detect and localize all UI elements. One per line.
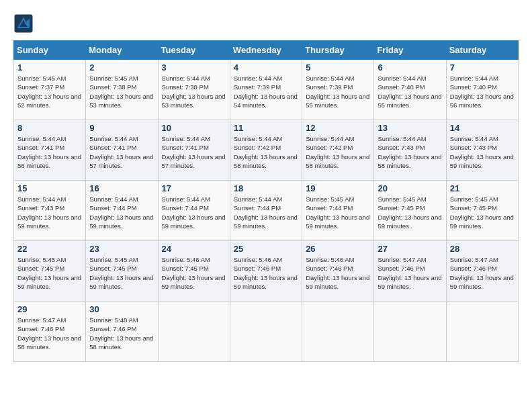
calendar-day-15: 15 Sunrise: 5:44 AM Sunset: 7:43 PM Dayl… (14, 181, 86, 241)
day-info: Sunrise: 5:45 AM Sunset: 7:45 PM Dayligh… (378, 195, 442, 230)
day-info: Sunrise: 5:44 AM Sunset: 7:43 PM Dayligh… (17, 195, 82, 230)
day-info: Sunrise: 5:46 AM Sunset: 7:46 PM Dayligh… (234, 255, 298, 291)
svg-rect-0 (15, 15, 33, 33)
day-number: 3 (162, 62, 226, 73)
day-number: 12 (306, 123, 370, 133)
calendar-day-17: 17 Sunrise: 5:44 AM Sunset: 7:44 PM Dayl… (158, 181, 230, 241)
day-number: 1 (17, 62, 82, 73)
day-number: 25 (234, 244, 298, 254)
day-number: 6 (378, 62, 442, 73)
day-number: 15 (17, 183, 82, 193)
day-info: Sunrise: 5:45 AM Sunset: 7:45 PM Dayligh… (17, 255, 82, 291)
day-info: Sunrise: 5:45 AM Sunset: 7:45 PM Dayligh… (89, 255, 154, 291)
day-number: 13 (378, 123, 442, 133)
logo (13, 13, 36, 34)
day-info: Sunrise: 5:44 AM Sunset: 7:44 PM Dayligh… (89, 195, 154, 230)
day-number: 14 (450, 123, 515, 133)
day-number: 18 (234, 183, 298, 193)
day-number: 9 (89, 123, 154, 133)
day-info: Sunrise: 5:44 AM Sunset: 7:42 PM Dayligh… (306, 134, 370, 170)
week-row-2: 8 Sunrise: 5:44 AM Sunset: 7:41 PM Dayli… (14, 120, 519, 181)
calendar-day-14: 14 Sunrise: 5:44 AM Sunset: 7:43 PM Dayl… (446, 120, 518, 181)
day-info: Sunrise: 5:46 AM Sunset: 7:45 PM Dayligh… (162, 255, 226, 291)
calendar-day-20: 20 Sunrise: 5:45 AM Sunset: 7:45 PM Dayl… (374, 181, 446, 241)
day-info: Sunrise: 5:44 AM Sunset: 7:41 PM Dayligh… (162, 134, 226, 170)
day-number: 11 (234, 123, 298, 133)
day-info: Sunrise: 5:44 AM Sunset: 7:41 PM Dayligh… (89, 134, 154, 170)
day-info: Sunrise: 5:45 AM Sunset: 7:37 PM Dayligh… (17, 74, 82, 109)
day-info: Sunrise: 5:44 AM Sunset: 7:42 PM Dayligh… (234, 134, 298, 170)
header-monday: Monday (86, 41, 158, 60)
week-row-3: 15 Sunrise: 5:44 AM Sunset: 7:43 PM Dayl… (14, 181, 519, 241)
calendar-day-null (374, 302, 446, 362)
calendar-day-9: 9 Sunrise: 5:44 AM Sunset: 7:41 PM Dayli… (86, 120, 158, 181)
day-number: 19 (306, 183, 370, 193)
calendar-day-23: 23 Sunrise: 5:45 AM Sunset: 7:45 PM Dayl… (86, 241, 158, 302)
calendar-day-10: 10 Sunrise: 5:44 AM Sunset: 7:41 PM Dayl… (158, 120, 230, 181)
day-info: Sunrise: 5:45 AM Sunset: 7:44 PM Dayligh… (306, 195, 370, 230)
calendar-day-26: 26 Sunrise: 5:46 AM Sunset: 7:46 PM Dayl… (302, 241, 374, 302)
calendar-day-8: 8 Sunrise: 5:44 AM Sunset: 7:41 PM Dayli… (14, 120, 86, 181)
calendar-day-7: 7 Sunrise: 5:44 AM Sunset: 7:40 PM Dayli… (446, 60, 518, 120)
day-info: Sunrise: 5:48 AM Sunset: 7:46 PM Dayligh… (89, 316, 154, 351)
calendar-day-24: 24 Sunrise: 5:46 AM Sunset: 7:45 PM Dayl… (158, 241, 230, 302)
calendar-day-18: 18 Sunrise: 5:44 AM Sunset: 7:44 PM Dayl… (230, 181, 302, 241)
day-info: Sunrise: 5:45 AM Sunset: 7:45 PM Dayligh… (450, 195, 515, 230)
logo-icon (13, 13, 34, 34)
header-sunday: Sunday (14, 41, 86, 60)
day-info: Sunrise: 5:44 AM Sunset: 7:44 PM Dayligh… (162, 195, 226, 230)
day-number: 16 (89, 183, 154, 193)
calendar-day-19: 19 Sunrise: 5:45 AM Sunset: 7:44 PM Dayl… (302, 181, 374, 241)
day-info: Sunrise: 5:44 AM Sunset: 7:41 PM Dayligh… (17, 134, 82, 170)
week-row-5: 29 Sunrise: 5:47 AM Sunset: 7:46 PM Dayl… (14, 302, 519, 362)
day-number: 24 (162, 244, 226, 254)
calendar-day-null (302, 302, 374, 362)
day-number: 5 (306, 62, 370, 73)
header-saturday: Saturday (446, 41, 518, 60)
day-info: Sunrise: 5:44 AM Sunset: 7:39 PM Dayligh… (234, 74, 298, 109)
calendar-day-null (158, 302, 230, 362)
day-number: 10 (162, 123, 226, 133)
day-info: Sunrise: 5:46 AM Sunset: 7:46 PM Dayligh… (306, 255, 370, 291)
calendar-day-28: 28 Sunrise: 5:47 AM Sunset: 7:46 PM Dayl… (446, 241, 518, 302)
calendar-day-11: 11 Sunrise: 5:44 AM Sunset: 7:42 PM Dayl… (230, 120, 302, 181)
weekday-header-row: Sunday Monday Tuesday Wednesday Thursday… (14, 41, 519, 60)
day-number: 4 (234, 62, 298, 73)
day-number: 26 (306, 244, 370, 254)
calendar-day-25: 25 Sunrise: 5:46 AM Sunset: 7:46 PM Dayl… (230, 241, 302, 302)
calendar-day-1: 1 Sunrise: 5:45 AM Sunset: 7:37 PM Dayli… (14, 60, 86, 120)
day-number: 20 (378, 183, 442, 193)
day-number: 23 (89, 244, 154, 254)
day-number: 28 (450, 244, 515, 254)
day-info: Sunrise: 5:45 AM Sunset: 7:38 PM Dayligh… (89, 74, 154, 109)
calendar-day-4: 4 Sunrise: 5:44 AM Sunset: 7:39 PM Dayli… (230, 60, 302, 120)
header-tuesday: Tuesday (158, 41, 230, 60)
calendar-day-27: 27 Sunrise: 5:47 AM Sunset: 7:46 PM Dayl… (374, 241, 446, 302)
day-number: 29 (17, 304, 82, 314)
calendar-day-null (230, 302, 302, 362)
day-info: Sunrise: 5:44 AM Sunset: 7:40 PM Dayligh… (378, 74, 442, 109)
day-info: Sunrise: 5:47 AM Sunset: 7:46 PM Dayligh… (378, 255, 442, 291)
week-row-1: 1 Sunrise: 5:45 AM Sunset: 7:37 PM Dayli… (14, 60, 519, 120)
page-header (13, 13, 519, 34)
calendar-table: Sunday Monday Tuesday Wednesday Thursday… (13, 40, 519, 362)
calendar-day-6: 6 Sunrise: 5:44 AM Sunset: 7:40 PM Dayli… (374, 60, 446, 120)
header-thursday: Thursday (302, 41, 374, 60)
header-friday: Friday (374, 41, 446, 60)
calendar-day-12: 12 Sunrise: 5:44 AM Sunset: 7:42 PM Dayl… (302, 120, 374, 181)
day-number: 17 (162, 183, 226, 193)
day-info: Sunrise: 5:44 AM Sunset: 7:43 PM Dayligh… (450, 134, 515, 170)
calendar-day-29: 29 Sunrise: 5:47 AM Sunset: 7:46 PM Dayl… (14, 302, 86, 362)
day-number: 21 (450, 183, 515, 193)
calendar-day-13: 13 Sunrise: 5:44 AM Sunset: 7:43 PM Dayl… (374, 120, 446, 181)
calendar-day-5: 5 Sunrise: 5:44 AM Sunset: 7:39 PM Dayli… (302, 60, 374, 120)
day-number: 22 (17, 244, 82, 254)
day-info: Sunrise: 5:44 AM Sunset: 7:38 PM Dayligh… (162, 74, 226, 109)
calendar-day-21: 21 Sunrise: 5:45 AM Sunset: 7:45 PM Dayl… (446, 181, 518, 241)
calendar-day-30: 30 Sunrise: 5:48 AM Sunset: 7:46 PM Dayl… (86, 302, 158, 362)
day-info: Sunrise: 5:47 AM Sunset: 7:46 PM Dayligh… (17, 316, 82, 351)
calendar-day-22: 22 Sunrise: 5:45 AM Sunset: 7:45 PM Dayl… (14, 241, 86, 302)
calendar-day-16: 16 Sunrise: 5:44 AM Sunset: 7:44 PM Dayl… (86, 181, 158, 241)
day-number: 30 (89, 304, 154, 314)
calendar-day-null (446, 302, 518, 362)
